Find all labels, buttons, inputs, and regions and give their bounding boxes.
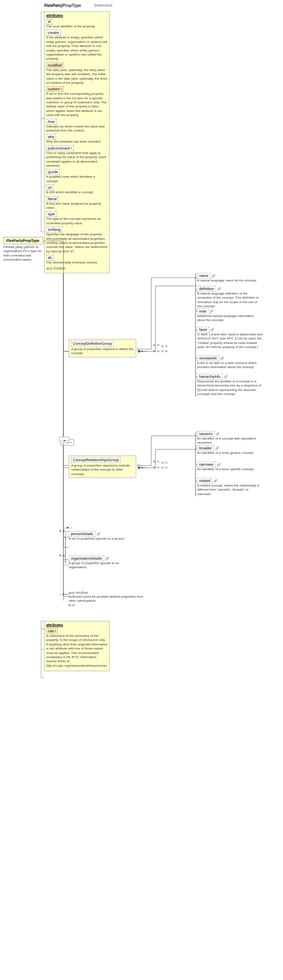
elem-broader-desc: An identifier of a more generic concept. xyxy=(197,451,263,455)
elem-definition-row: definition 🔗 A natural language definiti… xyxy=(197,286,263,309)
attr-literal-name: literal xyxy=(46,196,58,202)
elem-related-row: related 🔗 A related concept, where the r… xyxy=(197,478,263,496)
bottom-attr-bracket xyxy=(41,621,44,678)
top-attributes-panel: attributes id The local identifier of th… xyxy=(44,11,110,273)
elem-sameas-row: sameAs 🔗 An identifier of a concept with… xyxy=(197,431,263,445)
concept-rel-mult-left: —●— xyxy=(138,466,146,469)
main-class-desc: Flexible party (person or organisation) … xyxy=(3,245,44,262)
attr-how-desc: Indicates by which means the value was e… xyxy=(46,125,108,133)
attr-type: type The type of the concept expressed a… xyxy=(46,211,108,225)
svg-text:0..∞: 0..∞ xyxy=(162,466,168,469)
attr-uri-desc: A URI which identifies a concept. xyxy=(46,190,108,194)
attr-pubconstraint-name: pubconstraint ! xyxy=(46,145,74,151)
any-other-bottom-mult: 0..∞ xyxy=(69,603,150,607)
elem-hierarchyinfo-desc: Represents the position of a concept in … xyxy=(197,379,263,397)
attr-uri: uri A URI which identifies a concept. xyxy=(46,185,108,194)
elem-facet-row: facet 🔗 In NAR 1.8 and later, facet is d… xyxy=(197,327,263,350)
elem-remoteinfo-desc: A link to an item or a web resource whic… xyxy=(197,361,263,370)
extension-label-text: (extension) xyxy=(94,3,112,7)
organisation-details-row: organisationDetails 🔗 A group of propert… xyxy=(69,556,134,570)
elem-sameas-icon: 🔗 xyxy=(216,432,220,436)
organisation-details-desc: A group of properties specific to an org… xyxy=(69,561,134,570)
person-details-row: personDetails 🔗 A set of properties spec… xyxy=(69,531,134,541)
attr-creator-name: creator xyxy=(46,30,61,36)
attr-xmllang-name: xmllang xyxy=(46,227,62,232)
attr-id: id The local identifier of the property. xyxy=(46,19,108,29)
top-attr-bracket xyxy=(41,11,44,232)
def-group-right-bracket xyxy=(195,274,197,396)
person-details-box: personDetails xyxy=(69,531,95,537)
concept-rel-mult-top: 0..∞ xyxy=(153,460,159,463)
concept-relationships-group-desc: A group of properties required to indica… xyxy=(71,464,134,476)
attr-dir-desc: The directionality of textual content. xyxy=(46,261,108,265)
elem-broader-box: broader xyxy=(197,445,214,451)
elem-note-desc: Additional natural language information … xyxy=(197,314,263,323)
elem-name-icon: 🔗 xyxy=(211,274,216,278)
attr-id-name: id xyxy=(46,19,52,25)
concept-def-cardinality: 0..∞ xyxy=(153,349,159,353)
attr-how-name: how xyxy=(46,119,56,125)
attr-qcode-name: qcode xyxy=(46,169,60,175)
attr-why-name: why xyxy=(46,134,56,140)
elem-name-row: name 🔗 A natural language name for the c… xyxy=(197,273,263,283)
attr-xmllang-desc: Specifies the language of this property … xyxy=(46,232,108,254)
any-other-bottom-desc: Extension point for provider-defined pro… xyxy=(69,595,150,603)
attr-creator: creator If the attribute is empty, speci… xyxy=(46,30,108,61)
svg-text:0..∞: 0..∞ xyxy=(162,344,168,348)
attr-modified-desc: The date (and, optionally, the time) whe… xyxy=(46,68,108,85)
concept-def-mult-right: 0..∞ xyxy=(153,343,159,347)
attr-dir-name: dir xyxy=(46,255,54,261)
attr-role-name: role ! xyxy=(46,628,58,634)
bottom-attributes-panel: attributes role ! A refinement of the se… xyxy=(44,621,110,671)
person-org-bracket xyxy=(65,531,69,566)
main-class-box: FlexPartyPropType xyxy=(3,237,43,244)
any-other-bottom-name: any ##other xyxy=(69,591,88,595)
person-details-mult: 0..1 xyxy=(59,529,65,533)
attr-qcode: qcode A qualified code which identifies … xyxy=(46,169,108,183)
attr-custom-desc: If set to true the corresponding propert… xyxy=(46,92,108,117)
elem-hierarchyinfo-box: hierarchyInfo xyxy=(197,374,222,379)
elem-note-box: note xyxy=(197,308,209,314)
elem-narrower-box: narrower xyxy=(197,462,216,467)
organisation-details-icon: 🔗 xyxy=(105,557,109,560)
attr-literal-desc: A free-text value assigned as property v… xyxy=(46,202,108,210)
elem-related-desc: A related concept, where the relationshi… xyxy=(197,484,263,496)
main-class-name: FlexPartyPropType xyxy=(6,239,40,243)
attr-why-desc: Why the metadata has been included. xyxy=(46,140,108,144)
elem-related-box: related xyxy=(197,478,213,484)
elem-note-icon: 🔗 xyxy=(209,310,213,313)
elem-narrower-icon: 🔗 xyxy=(217,463,221,467)
svg-text:0..∞: 0..∞ xyxy=(162,461,168,464)
person-details-icon: 🔗 xyxy=(97,532,101,536)
any-other-bottom-row: any ##other Extension point for provider… xyxy=(69,590,150,607)
elem-facet-icon: 🔗 xyxy=(210,328,214,332)
attr-role-desc: A refinement of the semantics of the pro… xyxy=(46,634,108,668)
attr-custom: custom ! If set to true the correspondin… xyxy=(46,86,108,117)
attr-how: how Indicates by which means the value w… xyxy=(46,119,108,133)
rel-group-right-bracket xyxy=(195,432,197,495)
concept-relationships-group-name: ConceptRelationshipsGroup xyxy=(71,457,121,463)
elem-remoteinfo-box: remoteInfo xyxy=(197,355,219,361)
elem-sameas-box: sameAs xyxy=(197,431,215,437)
person-details-desc: A set of properties specific to a person… xyxy=(69,537,134,541)
attr-uri-name: uri xyxy=(46,185,54,190)
concept-def-mult-left: —●— xyxy=(138,349,146,353)
attr-dir: dir The directionality of textual conten… xyxy=(46,255,108,265)
attr-pubconstraint: pubconstraint ! One or many constraints … xyxy=(46,145,108,168)
elem-definition-desc: A natural language definition of the sem… xyxy=(197,292,263,309)
concept-relationships-group-box: ConceptRelationshipsGroup A group of pro… xyxy=(69,455,136,478)
top-attributes-title: attributes xyxy=(46,13,108,18)
attr-type-desc: The type of the concept expressed as con… xyxy=(46,217,108,225)
bottom-attributes-title: attributes xyxy=(46,623,108,627)
attr-modified: modified The date (and, optionally, the … xyxy=(46,63,108,85)
organisation-details-box: organisationDetails xyxy=(69,556,104,561)
attr-custom-name: custom ! xyxy=(46,86,63,92)
attr-role: role ! A refinement of the semantics of … xyxy=(46,628,108,668)
diagram-title: FlexPartyPropType xyxy=(44,3,81,8)
attr-any-other-name: any ##other xyxy=(46,266,66,270)
svg-text:0..∞: 0..∞ xyxy=(162,349,168,353)
attr-id-desc: The local identifier of the property. xyxy=(46,25,108,29)
connector-box: —●— xyxy=(61,439,74,446)
attr-qcode-desc: A qualified code which identifies a conc… xyxy=(46,175,108,183)
elem-name-desc: A natural language name for the concept. xyxy=(197,279,263,283)
